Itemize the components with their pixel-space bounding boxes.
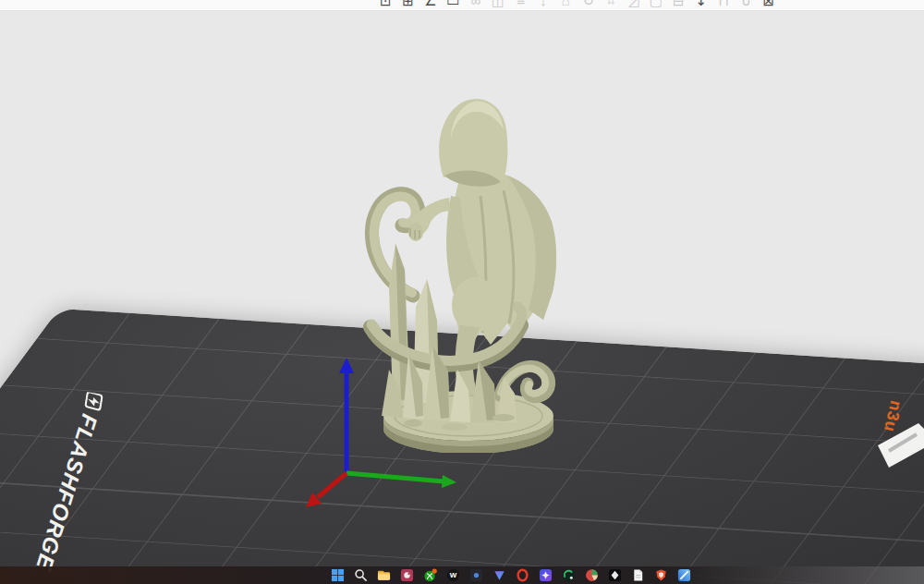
- xbox-button[interactable]: [419, 567, 442, 583]
- media-player-button[interactable]: [488, 567, 511, 583]
- photos-crimson-button[interactable]: [395, 567, 419, 583]
- flatten-icon: ⊓: [712, 0, 735, 10]
- link-icon: ∞: [465, 0, 487, 10]
- search-icon: [354, 568, 368, 582]
- cut-icon: ◿: [622, 0, 644, 10]
- move-icon: ↕: [532, 0, 554, 10]
- rotate-icon: ↻: [578, 0, 600, 10]
- search-button[interactable]: [349, 567, 372, 583]
- y-axis-arrowhead: [442, 475, 456, 488]
- slicer-disc-button[interactable]: [580, 567, 603, 583]
- merge-icon: ∪: [735, 0, 757, 10]
- xbox-notification-badge: [432, 568, 437, 573]
- file-explorer-button[interactable]: [372, 567, 395, 583]
- triangle-player-icon: [492, 568, 506, 582]
- y-axis: [346, 473, 444, 481]
- mirror-icon: ⊟: [667, 0, 689, 10]
- x-axis: [318, 473, 346, 497]
- viewport-3d[interactable]: FLASHFORGE n3u: [0, 11, 924, 584]
- wikipedia-icon: W: [446, 568, 460, 582]
- load-file-icon[interactable]: ⊡: [374, 0, 396, 10]
- crimson-app-icon: [400, 568, 414, 582]
- svg-text:W: W: [450, 571, 457, 579]
- app-window: ⊡⊞∠▭∞◫≡↕⌂↻⌗◿▢⊟↧⊓∪⊠ FLASHFORGE n3u: [0, 0, 924, 584]
- axis-gizmo: [277, 351, 462, 517]
- center-icon: ⌂: [554, 0, 577, 10]
- document-icon: [631, 568, 645, 582]
- multicolor-disc-icon: [585, 568, 599, 582]
- taskbar: W: [0, 566, 924, 584]
- blue-photo-icon: [677, 568, 691, 582]
- brave-button[interactable]: [650, 567, 673, 583]
- opera-button[interactable]: [511, 567, 534, 583]
- dark-green-app-icon: [562, 568, 576, 582]
- add-supports-icon[interactable]: ⊞: [396, 0, 419, 10]
- dark-green-app-button[interactable]: [557, 567, 580, 583]
- blue-dot-app-button[interactable]: [465, 567, 488, 583]
- toolbar: ⊡⊞∠▭∞◫≡↕⌂↻⌗◿▢⊟↧⊓∪⊠: [0, 0, 924, 11]
- align-icon: ≡: [509, 0, 531, 10]
- print-settings-icon[interactable]: ▭: [442, 0, 464, 10]
- brave-shield-icon: [654, 568, 668, 582]
- start-button[interactable]: [326, 567, 349, 583]
- photos-blue-button[interactable]: [673, 567, 696, 583]
- folder-icon: [377, 568, 391, 582]
- taskbar-icons: W: [326, 567, 696, 583]
- xbox-icon: [423, 568, 437, 582]
- scale-icon: ⌗: [600, 0, 622, 10]
- windows-logo-icon: [331, 568, 345, 582]
- copilot-button[interactable]: [534, 567, 557, 583]
- z-axis-arrowhead: [339, 358, 354, 373]
- obsidian-button[interactable]: [603, 567, 626, 583]
- drop-icon[interactable]: ↧: [689, 0, 711, 10]
- notepad-button[interactable]: [626, 567, 650, 583]
- wikipedia-button[interactable]: W: [442, 567, 465, 583]
- duplicate-icon: ◫: [487, 0, 509, 10]
- blue-dot-app-icon: [469, 568, 483, 582]
- copilot-icon: [539, 568, 553, 582]
- opera-icon: [516, 568, 529, 582]
- diamond-app-icon: [608, 568, 622, 582]
- frame-icon: ▢: [645, 0, 667, 10]
- flashforge-bolt-icon: [84, 392, 104, 412]
- edit-icon[interactable]: ∠: [419, 0, 442, 10]
- slice-export-icon[interactable]: ⊠: [758, 0, 780, 10]
- toolbar-icons: ⊡⊞∠▭∞◫≡↕⌂↻⌗◿▢⊟↧⊓∪⊠: [374, 0, 780, 10]
